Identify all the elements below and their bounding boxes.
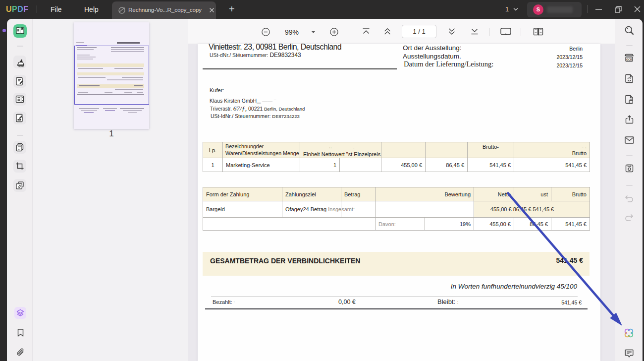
svg-text:OCR: OCR — [626, 58, 632, 61]
